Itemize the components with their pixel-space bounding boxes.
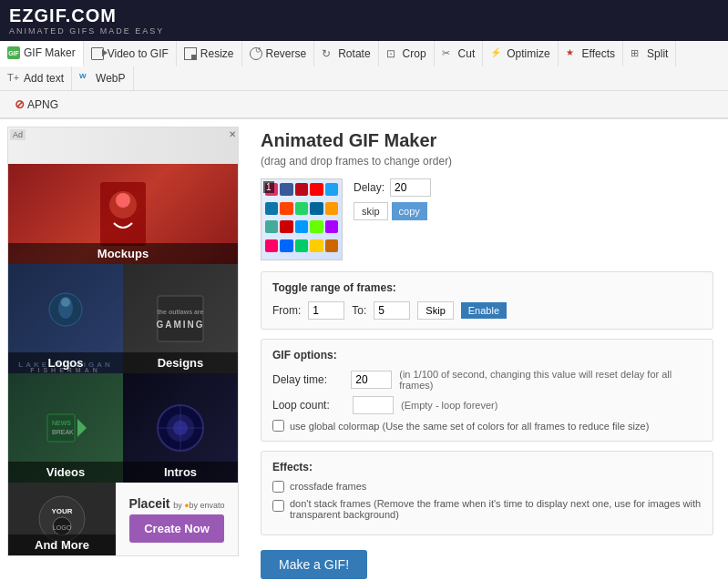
videos-image: NEWS BREAK	[43, 405, 88, 451]
sidebar-ad: Ad ✕ Mockups	[0, 119, 246, 580]
main-nav: GIF GIF Maker Video to GIF Resize ↺ Reve…	[0, 41, 728, 91]
intros-label: Intros	[123, 462, 238, 483]
effects-icon: ★	[566, 47, 579, 60]
dont-stack-row: don't stack frames (Remove the frame whe…	[272, 498, 702, 520]
svg-point-5	[61, 298, 70, 307]
logo: EZGIF.COM ANIMATED GIFS MADE EASY	[9, 5, 164, 36]
nav-webp[interactable]: W WebP	[72, 66, 133, 90]
rotate-icon: ↻	[322, 47, 334, 60]
loop-count-input[interactable]	[353, 396, 394, 414]
main-content: Ad ✕ Mockups	[0, 119, 728, 580]
range-from-input[interactable]	[308, 301, 344, 320]
content-area: Animated GIF Maker (drag and drop frames…	[246, 119, 728, 580]
svg-text:the outlaws are: the outlaws are	[158, 309, 204, 315]
split-icon: ⊞	[631, 47, 643, 60]
dont-stack-checkbox[interactable]	[272, 500, 284, 512]
designs-image: the outlaws are GAMING	[153, 287, 208, 351]
nav-reverse[interactable]: ↺ Reverse	[242, 41, 315, 66]
create-now-button[interactable]: Create Now	[129, 514, 224, 543]
placeit-brand: Placeit by ●by envato	[128, 496, 224, 511]
ad-cell-intros[interactable]: Intros	[123, 373, 238, 483]
nav-crop[interactable]: ⊡ Crop	[379, 41, 435, 66]
ad-cell-mockups[interactable]: Mockups	[8, 164, 238, 264]
mockups-label: Mockups	[8, 243, 238, 264]
toggle-range-row: From: To: Skip Enable	[272, 301, 702, 320]
page-title: Animated GIF Maker	[261, 130, 713, 151]
nav-optimize[interactable]: ⚡ Optimize	[483, 41, 558, 66]
crop-icon: ⊡	[386, 47, 399, 60]
nav-split[interactable]: ⊞ Split	[623, 41, 676, 66]
nav-resize[interactable]: Resize	[177, 41, 242, 66]
ad-cell-more[interactable]: YOUR LOGO And More Placeit by ●by envato	[8, 483, 238, 555]
cut-icon: ✂	[442, 47, 455, 60]
header: EZGIF.COM ANIMATED GIFS MADE EASY	[0, 0, 728, 41]
delay-input[interactable]	[390, 178, 431, 197]
svg-text:GAMING: GAMING	[156, 320, 204, 330]
designs-label: Designs	[123, 352, 238, 373]
ad-cell-logos[interactable]: LAKE MICHIGAN FISHERMAN Logos	[8, 264, 123, 373]
effects-section: Effects: crossfade frames don't stack fr…	[261, 451, 713, 535]
logo-image	[43, 291, 88, 346]
ad-grid: Mockups LAKE MICHIGAN FISHERMAN Logos	[8, 164, 238, 555]
svg-text:YOUR: YOUR	[51, 507, 72, 515]
svg-marker-12	[77, 419, 87, 437]
svg-point-2	[116, 193, 130, 208]
nav-video-to-gif[interactable]: Video to GIF	[84, 41, 177, 66]
colormap-checkbox[interactable]	[272, 420, 284, 432]
gif-options-section: GIF options: Delay time: (in 1/100 of se…	[261, 339, 713, 442]
ad-label: Ad	[10, 129, 26, 140]
range-to-input[interactable]	[374, 301, 410, 320]
range-enable-button[interactable]: Enable	[461, 302, 507, 319]
svg-text:NEWS: NEWS	[52, 420, 71, 426]
intros-image	[153, 396, 208, 460]
optimize-icon: ⚡	[490, 47, 503, 60]
nav-add-text[interactable]: T+ Add text	[0, 66, 72, 90]
svg-text:LOGO: LOGO	[53, 524, 72, 531]
ad-cell-videos[interactable]: NEWS BREAK Videos	[8, 373, 123, 483]
ad-cell-designs[interactable]: the outlaws are GAMING Designs	[123, 264, 238, 373]
nav-rotate[interactable]: ↻ Rotate	[314, 41, 378, 66]
ad-container: Ad ✕ Mockups	[7, 127, 239, 556]
more-label: And More	[8, 534, 116, 555]
loop-count-row: Loop count: (Empty - loop forever)	[272, 396, 702, 414]
nav-cut[interactable]: ✂ Cut	[435, 41, 484, 66]
make-gif-button[interactable]: Make a GIF!	[261, 550, 367, 579]
frame-copy-button[interactable]: copy	[392, 202, 427, 220]
frame-action-buttons: skip copy	[354, 202, 431, 220]
delay-time-row: Delay time: (in 1/100 of second, changin…	[272, 369, 702, 391]
nav-effects[interactable]: ★ Effects	[559, 41, 623, 66]
videos-label: Videos	[8, 462, 123, 483]
subnav-apng[interactable]: ⊘ APNG	[9, 95, 64, 114]
mockup-image	[96, 178, 150, 250]
colormap-row: use global colormap (Use the same set of…	[272, 420, 702, 432]
ad-top-banner: Ad ✕	[8, 127, 238, 164]
ad-close-btn[interactable]: ✕	[229, 129, 236, 139]
svg-rect-9	[47, 414, 75, 442]
frame-controls: Delay: skip copy	[354, 178, 431, 220]
nav-gif-maker[interactable]: GIF GIF Maker	[0, 41, 84, 66]
frame-thumbnail: 1	[261, 178, 343, 260]
video-icon	[91, 47, 104, 60]
webp-icon: W	[79, 72, 92, 85]
toggle-range-section: Toggle range of frames: From: To: Skip E…	[261, 271, 713, 330]
delay-row: Delay:	[354, 178, 431, 197]
add-text-icon: T+	[7, 72, 20, 85]
gif-maker-icon: GIF	[7, 46, 20, 59]
frame-skip-button[interactable]: skip	[354, 202, 388, 220]
crossfade-row: crossfade frames	[272, 481, 702, 493]
apng-icon: ⊘	[15, 97, 25, 111]
gif-delay-input[interactable]	[351, 371, 392, 389]
page-subtitle: (drag and drop frames to change order)	[261, 155, 713, 168]
resize-icon	[184, 47, 197, 60]
reverse-icon: ↺	[250, 47, 262, 60]
sub-nav: ⊘ APNG	[0, 91, 728, 119]
crossfade-checkbox[interactable]	[272, 481, 284, 493]
svg-rect-6	[158, 296, 203, 341]
logos-label: Logos	[8, 352, 123, 373]
svg-text:BREAK: BREAK	[52, 429, 74, 435]
frame-area: 1	[261, 178, 713, 260]
range-skip-button[interactable]: Skip	[417, 301, 453, 320]
